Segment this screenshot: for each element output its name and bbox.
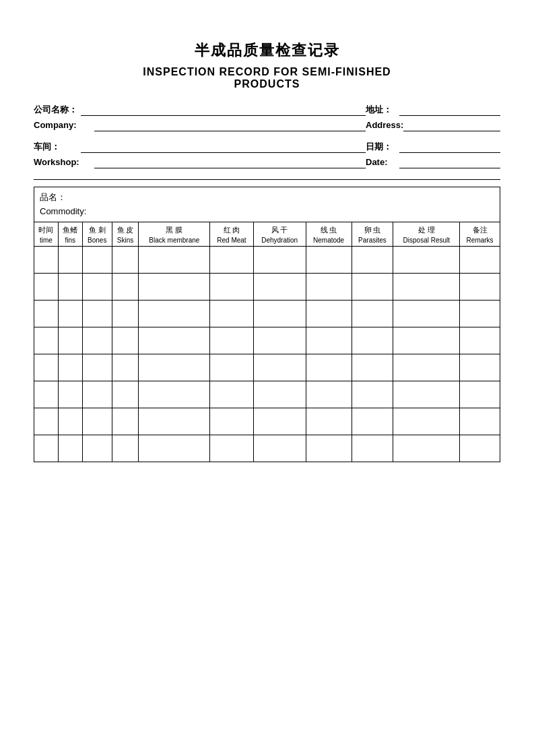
table-cell: [306, 247, 352, 274]
table-cell: [393, 274, 460, 301]
table-cell: [306, 435, 352, 462]
table-cell: [306, 354, 352, 381]
table-cell: [460, 247, 500, 274]
table-cell: [34, 435, 59, 462]
commodity-label-en: Commodity:: [40, 206, 494, 216]
table-cell: [139, 247, 210, 274]
company-value-zh: [81, 104, 366, 116]
date-value-en: [399, 157, 500, 168]
table-row: [34, 435, 500, 462]
col-black-membrane: 黑 膜 Black membrane: [139, 222, 210, 247]
table-cell: [306, 301, 352, 327]
table-cell: [58, 381, 82, 408]
address-label-en: Address:: [366, 120, 403, 131]
table-cell: [58, 435, 82, 462]
table-cell: [393, 354, 460, 381]
table-cell: [210, 327, 253, 354]
table-cell: [112, 301, 138, 327]
address-label-zh: 地址：: [366, 104, 399, 116]
table-cell: [210, 408, 253, 435]
table-cell: [139, 327, 210, 354]
table-cell: [393, 327, 460, 354]
workshop-label-zh: 车间：: [34, 141, 81, 153]
table-cell: [460, 354, 500, 381]
col-parasites: 卵 虫 Parasites: [352, 222, 393, 247]
table-cell: [82, 327, 112, 354]
table-cell: [82, 301, 112, 327]
table-cell: [210, 435, 253, 462]
table-cell: [393, 247, 460, 274]
table-cell: [352, 327, 393, 354]
table-row: [34, 301, 500, 327]
table-cell: [82, 435, 112, 462]
col-disposal: 处 理 Disposal Result: [393, 222, 460, 247]
table-cell: [82, 381, 112, 408]
table-cell: [393, 408, 460, 435]
col-fins: 鱼鳍 fins: [58, 222, 82, 247]
table-cell: [253, 327, 306, 354]
inspection-table: 时间 time 鱼鳍 fins 鱼 刺 Bones 鱼 皮 Skins 黑 膜: [34, 222, 500, 462]
table-cell: [306, 408, 352, 435]
table-cell: [352, 301, 393, 327]
col-red-meat: 红 肉 Red Meat: [210, 222, 253, 247]
table-cell: [253, 408, 306, 435]
col-remarks: 备注 Remarks: [460, 222, 500, 247]
table-cell: [139, 408, 210, 435]
col-skins: 鱼 皮 Skins: [112, 222, 138, 247]
table-cell: [352, 381, 393, 408]
table-cell: [139, 301, 210, 327]
table-cell: [210, 354, 253, 381]
table-cell: [112, 354, 138, 381]
table-cell: [253, 435, 306, 462]
table-cell: [210, 301, 253, 327]
title-zh: 半成品质量检查记录: [34, 40, 500, 61]
table-cell: [253, 301, 306, 327]
table-row: [34, 354, 500, 381]
table-row: [34, 381, 500, 408]
col-time: 时间 time: [34, 222, 59, 247]
table-cell: [460, 435, 500, 462]
table-cell: [460, 381, 500, 408]
table-cell: [34, 381, 59, 408]
workshop-value-zh: [81, 141, 366, 153]
company-address-en-row: Company: Address:: [34, 120, 500, 131]
table-cell: [112, 274, 138, 301]
table-cell: [112, 435, 138, 462]
table-cell: [393, 381, 460, 408]
table-cell: [34, 247, 59, 274]
table-cell: [253, 247, 306, 274]
address-value-en: [403, 120, 500, 131]
table-cell: [253, 381, 306, 408]
commodity-label-zh: 品名：: [40, 191, 494, 203]
workshop-date-row: 车间： 日期： Workshop: Date:: [34, 141, 500, 168]
table-cell: [460, 274, 500, 301]
workshop-date-en-row: Workshop: Date:: [34, 157, 500, 168]
table-cell: [58, 354, 82, 381]
company-address-zh-row: 公司名称： 地址：: [34, 104, 500, 116]
table-cell: [82, 408, 112, 435]
table-cell: [34, 274, 59, 301]
table-row: [34, 274, 500, 301]
date-label-en: Date:: [366, 157, 399, 168]
table-row: [34, 247, 500, 274]
table-cell: [306, 381, 352, 408]
divider: [34, 179, 500, 180]
table-cell: [34, 354, 59, 381]
table-cell: [393, 301, 460, 327]
date-value-zh: [399, 141, 500, 153]
table-cell: [34, 301, 59, 327]
table-header-row: 时间 time 鱼鳍 fins 鱼 刺 Bones 鱼 皮 Skins 黑 膜: [34, 222, 500, 247]
page-container: 半成品质量检查记录 INSPECTION RECORD FOR SEMI-FIN…: [34, 40, 500, 462]
table-cell: [58, 301, 82, 327]
date-label-zh: 日期：: [366, 141, 399, 153]
table-cell: [460, 301, 500, 327]
table-cell: [210, 381, 253, 408]
table-cell: [82, 274, 112, 301]
table-cell: [82, 247, 112, 274]
table-cell: [460, 408, 500, 435]
company-address-row: 公司名称： 地址： Company: Address:: [34, 104, 500, 131]
table-cell: [82, 354, 112, 381]
table-cell: [352, 435, 393, 462]
address-value-zh: [399, 104, 500, 116]
table-cell: [139, 354, 210, 381]
